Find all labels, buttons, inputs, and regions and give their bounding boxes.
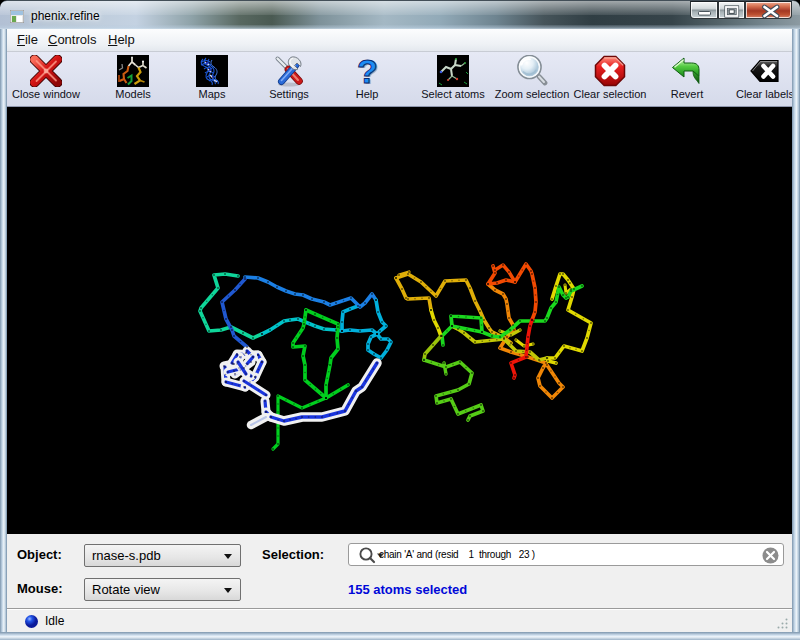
svg-text:?: ? <box>357 55 378 87</box>
